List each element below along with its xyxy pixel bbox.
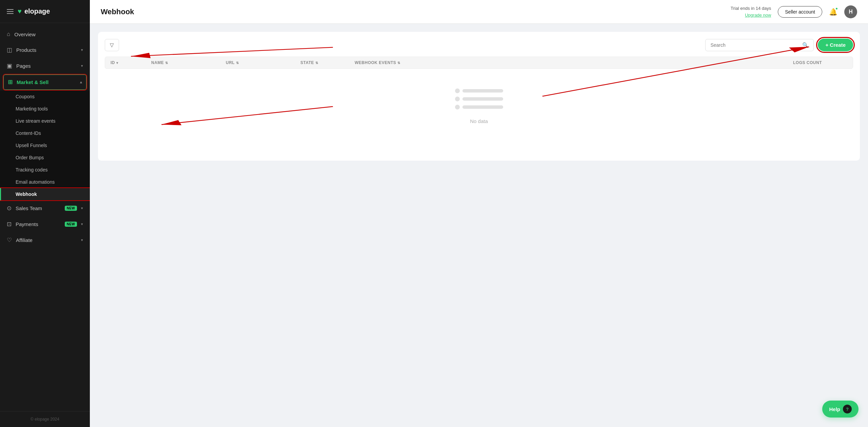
main: Webhook Trial ends in 14 days Upgrade no… xyxy=(90,0,868,427)
avatar[interactable]: H xyxy=(844,5,857,18)
chevron-up-icon: ▴ xyxy=(80,80,82,84)
sidebar-footer: © elopage 2024 xyxy=(0,411,90,427)
help-button[interactable]: Help ? xyxy=(822,401,859,418)
market-sell-submenu: Coupons Marketing tools Live stream even… xyxy=(0,90,90,200)
chevron-down-icon: ▾ xyxy=(81,48,83,52)
sub-nav-label: Email automations xyxy=(16,179,55,185)
badge-new: NEW xyxy=(65,206,77,211)
sub-nav-label: Marketing tools xyxy=(16,106,48,111)
payments-icon: ⊡ xyxy=(7,221,12,228)
chevron-down-icon: ▾ xyxy=(81,238,83,242)
skeleton-bar xyxy=(462,97,503,101)
nav-section: ⌂ Overview ◫ Products ▾ ▣ Pages ▾ ⊞ Mark… xyxy=(0,23,90,411)
sub-nav-label: Upsell Funnels xyxy=(16,143,47,148)
sidebar-item-marketing-tools[interactable]: Marketing tools xyxy=(0,103,90,115)
chevron-down-icon: ▾ xyxy=(81,206,83,210)
sort-arrow-icon: ▾ xyxy=(116,61,118,65)
sidebar-item-pages[interactable]: ▣ Pages ▾ xyxy=(0,58,90,74)
filter-button[interactable]: ▽ xyxy=(105,39,119,51)
sales-team-icon: ⊙ xyxy=(7,205,12,212)
skeleton-bar xyxy=(462,105,503,109)
content-area: ▽ 🔍 + Create ID ▾ NAME ⇅ xyxy=(90,24,868,427)
affiliate-icon: ♡ xyxy=(7,237,12,244)
sidebar-item-market-sell[interactable]: ⊞ Market & Sell ▴ xyxy=(3,75,86,90)
webhook-card: ▽ 🔍 + Create ID ▾ NAME ⇅ xyxy=(98,32,860,161)
sub-nav-label: Webhook xyxy=(16,191,37,197)
skeleton-row xyxy=(455,105,503,109)
trial-info: Trial ends in 14 days Upgrade now xyxy=(731,5,771,18)
column-name[interactable]: NAME ⇅ xyxy=(151,60,226,65)
sidebar-item-coupons[interactable]: Coupons xyxy=(0,90,90,103)
skeleton-row xyxy=(455,88,503,93)
sort-arrow-icon: ⇅ xyxy=(315,61,318,65)
sidebar-item-affiliate[interactable]: ♡ Affiliate ▾ xyxy=(0,232,90,248)
help-label: Help xyxy=(829,406,840,412)
table-body: No data xyxy=(105,69,853,143)
sidebar-header: ♥ elopage xyxy=(0,0,90,23)
page-title: Webhook xyxy=(101,7,724,16)
logo-icon: ♥ xyxy=(18,7,22,15)
skeleton-bar xyxy=(462,89,503,93)
sidebar-item-email-automations[interactable]: Email automations xyxy=(0,176,90,188)
sidebar-item-payments[interactable]: ⊡ Payments NEW ▾ xyxy=(0,216,90,232)
toolbar-right: 🔍 + Create xyxy=(705,39,853,51)
column-id[interactable]: ID ▾ xyxy=(111,60,151,65)
sidebar-item-products[interactable]: ◫ Products ▾ xyxy=(0,42,90,58)
help-icon: ? xyxy=(843,405,852,413)
skeleton-circle xyxy=(455,105,460,109)
sort-arrow-icon: ⇅ xyxy=(397,61,400,65)
search-input[interactable] xyxy=(710,42,800,48)
sidebar-item-label: Overview xyxy=(14,32,83,37)
sidebar-item-sales-team[interactable]: ⊙ Sales Team NEW ▾ xyxy=(0,200,90,216)
notification-icon[interactable]: 🔔 xyxy=(829,8,837,16)
pages-icon: ▣ xyxy=(7,62,12,69)
sub-nav-label: Order Bumps xyxy=(16,155,44,160)
trial-text: Trial ends in 14 days xyxy=(731,5,771,12)
create-button[interactable]: + Create xyxy=(818,39,853,51)
sidebar-item-label: Payments xyxy=(16,221,59,227)
sort-arrow-icon: ⇅ xyxy=(165,61,168,65)
filter-icon: ▽ xyxy=(110,42,114,48)
chevron-down-icon: ▾ xyxy=(81,222,83,226)
chevron-down-icon: ▾ xyxy=(81,64,83,68)
sidebar-item-webhook[interactable]: Webhook xyxy=(0,188,90,200)
seller-account-button[interactable]: Seller account xyxy=(778,6,822,18)
sidebar-item-live-stream-events[interactable]: Live stream events xyxy=(0,115,90,127)
search-icon[interactable]: 🔍 xyxy=(802,42,809,48)
sidebar-item-tracking-codes[interactable]: Tracking codes xyxy=(0,164,90,176)
sub-nav-label: Tracking codes xyxy=(16,167,47,172)
products-icon: ◫ xyxy=(7,46,12,54)
column-url[interactable]: URL ⇅ xyxy=(226,60,300,65)
logo-text: elopage xyxy=(24,7,50,15)
sidebar: ♥ elopage ⌂ Overview ◫ Products ▾ ▣ Page… xyxy=(0,0,90,427)
column-logs-count: LOGS COUNT xyxy=(793,60,847,65)
table-header: ID ▾ NAME ⇅ URL ⇅ STATE ⇅ WEBHOOK EVENTS xyxy=(105,57,853,69)
sidebar-item-order-bumps[interactable]: Order Bumps xyxy=(0,151,90,164)
sidebar-item-label: Affiliate xyxy=(16,237,77,243)
sidebar-item-label: Market & Sell xyxy=(17,79,76,85)
skeleton-circle xyxy=(455,88,460,93)
sort-arrow-icon: ⇅ xyxy=(236,61,239,65)
home-icon: ⌂ xyxy=(7,31,10,38)
skeleton-rows xyxy=(112,88,846,109)
column-webhook-events[interactable]: WEBHOOK EVENTS ⇅ xyxy=(355,60,793,65)
skeleton-circle xyxy=(455,97,460,101)
toolbar: ▽ 🔍 + Create xyxy=(105,39,853,51)
sidebar-item-overview[interactable]: ⌂ Overview xyxy=(0,26,90,42)
sidebar-item-label: Products xyxy=(16,47,77,53)
upgrade-link[interactable]: Upgrade now xyxy=(745,13,771,18)
sidebar-item-upsell-funnels[interactable]: Upsell Funnels xyxy=(0,139,90,151)
skeleton-row xyxy=(455,97,503,101)
sidebar-item-label: Pages xyxy=(16,63,77,69)
logo[interactable]: ♥ elopage xyxy=(18,7,50,15)
sidebar-item-content-ids[interactable]: Content-IDs xyxy=(0,127,90,139)
hamburger-icon[interactable] xyxy=(7,9,14,14)
sidebar-item-label: Sales Team xyxy=(16,205,59,211)
column-state[interactable]: STATE ⇅ xyxy=(300,60,355,65)
sub-nav-label: Content-IDs xyxy=(16,130,41,136)
search-box: 🔍 xyxy=(705,39,814,51)
notification-dot xyxy=(835,7,838,10)
no-data-text: No data xyxy=(470,118,488,124)
sub-nav-label: Coupons xyxy=(16,94,35,99)
market-sell-icon: ⊞ xyxy=(8,79,13,86)
